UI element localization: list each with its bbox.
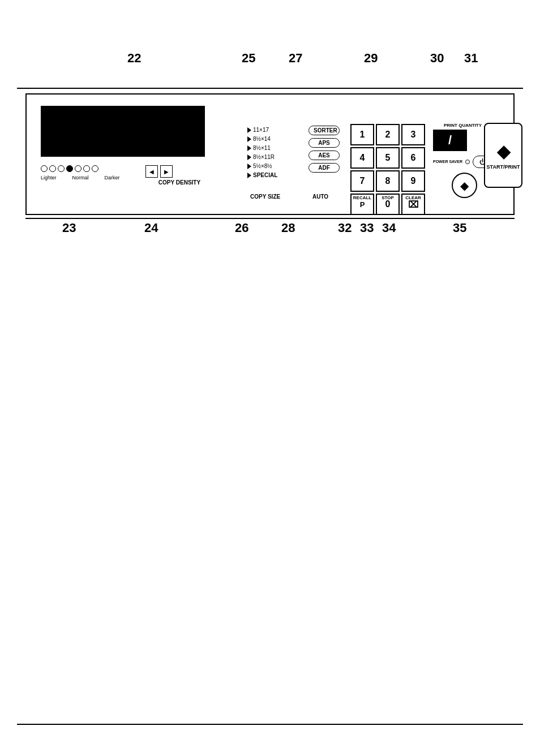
control-panel: Lighter Normal Darker ◀ ▶ COPY DENSITY 1… — [25, 93, 515, 215]
key-4[interactable]: 4 — [350, 147, 374, 169]
auto-label: AUTO — [312, 194, 328, 200]
start-print-button[interactable]: ◆ START/PRINT — [484, 123, 522, 188]
arrow-8half14 — [247, 136, 251, 142]
label-29: 29 — [364, 51, 378, 66]
density-labels: Lighter Normal Darker — [41, 175, 120, 181]
label-darker: Darker — [105, 175, 120, 181]
label-23: 23 — [62, 221, 76, 235]
start-print-label: START/PRINT — [487, 164, 520, 170]
key-7[interactable]: 7 — [350, 170, 374, 192]
size-label-5half8half: 5½×8½ — [253, 162, 272, 171]
print-qty-symbol: / — [448, 133, 452, 148]
copy-density-label: COPY DENSITY — [154, 179, 205, 186]
label-normal: Normal — [72, 175, 89, 181]
paper-size-8half11r: 8½×11R — [247, 153, 301, 162]
key-2[interactable]: 2 — [376, 124, 400, 145]
label-26: 26 — [235, 221, 248, 235]
bottom-key-labels: RECALL STOP CLEAR — [350, 195, 425, 200]
dot-3 — [58, 165, 65, 172]
dot-1 — [41, 165, 48, 172]
clear-label: CLEAR — [401, 195, 425, 200]
label-24: 24 — [144, 221, 158, 235]
start-print-icon: ◆ — [497, 141, 510, 161]
key-9[interactable]: 9 — [401, 170, 425, 192]
paper-size-8half11: 8½×11 — [247, 144, 301, 153]
paper-size-11x17: 11×17 — [247, 126, 301, 135]
print-quantity-button[interactable]: / — [433, 130, 467, 151]
dot-5 — [75, 165, 82, 172]
label-30: 30 — [430, 51, 444, 66]
arrow-8half11r — [247, 154, 251, 160]
label-34: 34 — [382, 221, 396, 235]
power-saver-label: POWER SAVER — [433, 160, 462, 164]
display-screen — [41, 106, 205, 157]
dot-2 — [49, 165, 56, 172]
size-label-special: SPECIAL — [253, 171, 277, 180]
key-6[interactable]: 6 — [401, 147, 425, 169]
copy-size-label: COPY SIZE — [250, 194, 280, 200]
diagram-area: 22 25 27 29 30 31 Lighter Normal Darker … — [17, 68, 523, 260]
footer-rule — [17, 724, 523, 725]
aps-button[interactable]: APS — [308, 138, 340, 148]
top-line — [17, 88, 523, 89]
key-1[interactable]: 1 — [350, 124, 374, 145]
size-label-11x17: 11×17 — [253, 126, 269, 135]
density-row — [41, 165, 98, 172]
interrupt-button[interactable]: ◆ — [452, 173, 477, 198]
bottom-line — [25, 218, 515, 219]
label-31: 31 — [464, 51, 478, 66]
label-lighter: Lighter — [41, 175, 57, 181]
density-decrease-button[interactable]: ◀ — [145, 165, 158, 178]
label-32: 32 — [338, 221, 352, 235]
numpad: 1 2 3 4 5 6 7 8 9 P 0 ⌧ — [350, 124, 425, 215]
paper-size-section: 11×17 8½×14 8½×11 8½×11R 5½×8½ SPECIAL — [247, 126, 301, 180]
arrow-11x17 — [247, 127, 251, 133]
density-increase-button[interactable]: ▶ — [160, 165, 173, 178]
dot-6 — [83, 165, 90, 172]
size-label-8half11r: 8½×11R — [253, 153, 275, 162]
paper-size-5half8half: 5½×8½ — [247, 162, 301, 171]
aes-button[interactable]: AES — [308, 151, 340, 160]
recall-label: RECALL — [350, 195, 374, 200]
arrow-5half8half — [247, 164, 251, 169]
dot-7 — [92, 165, 98, 172]
size-label-8half11: 8½×11 — [253, 144, 271, 153]
arrow-special — [247, 173, 251, 178]
key-8[interactable]: 8 — [376, 170, 400, 192]
adf-button[interactable]: ADF — [308, 163, 340, 173]
power-indicator-dot — [465, 160, 470, 164]
key-5[interactable]: 5 — [376, 147, 400, 169]
paper-size-8half14: 8½×14 — [247, 135, 301, 144]
label-22: 22 — [127, 51, 141, 66]
label-27: 27 — [289, 51, 302, 66]
label-35: 35 — [453, 221, 466, 235]
key-3[interactable]: 3 — [401, 124, 425, 145]
paper-size-special: SPECIAL — [247, 171, 301, 180]
density-arrows: ◀ ▶ — [145, 165, 173, 178]
dot-4-filled — [66, 165, 73, 172]
stop-label: STOP — [376, 195, 400, 200]
label-33: 33 — [360, 221, 374, 235]
mode-buttons-section: SORTER APS AES ADF — [308, 126, 340, 175]
label-28: 28 — [281, 221, 295, 235]
arrow-8half11 — [247, 145, 251, 151]
interrupt-icon: ◆ — [460, 179, 469, 192]
label-25: 25 — [242, 51, 255, 66]
start-print-section: ◆ START/PRINT — [484, 123, 522, 188]
sorter-button[interactable]: SORTER — [308, 126, 340, 135]
size-label-8half14: 8½×14 — [253, 135, 271, 144]
